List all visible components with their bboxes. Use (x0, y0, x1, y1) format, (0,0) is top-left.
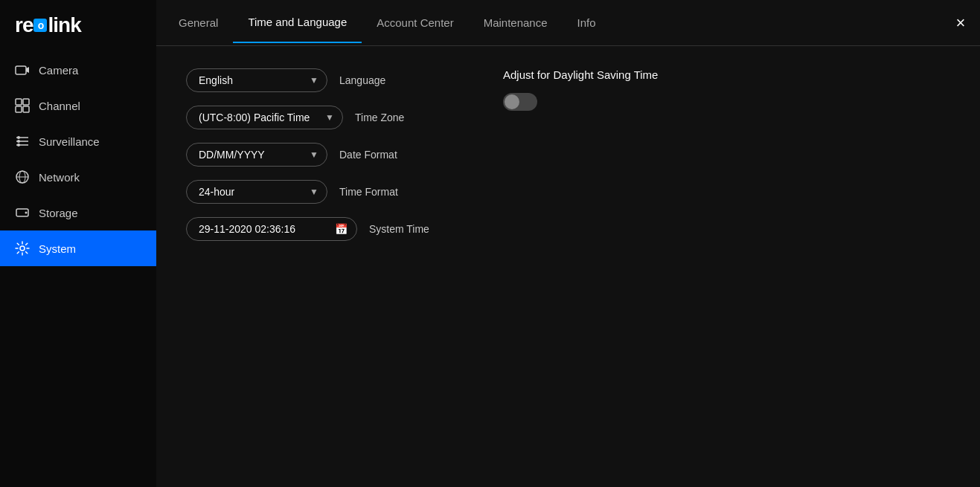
tab-info[interactable]: Info (563, 3, 611, 42)
timezone-select-wrapper: (UTC-8:00) Pacific Time (UTC-5:00) Easte… (186, 106, 343, 129)
form-section: English Chinese French German Spanish ▼ … (186, 68, 443, 465)
svg-rect-3 (23, 99, 29, 105)
sidebar-item-system-label: System (39, 242, 76, 255)
timezone-label: Time Zone (355, 112, 429, 123)
channel-icon (15, 98, 30, 113)
svg-point-9 (17, 136, 20, 139)
logo-link: link (48, 13, 80, 37)
system-time-row: 📅 System Time (186, 217, 443, 241)
logo-area: re o link (0, 0, 156, 52)
sidebar-item-network-label: Network (39, 171, 80, 184)
language-row: English Chinese French German Spanish ▼ … (186, 68, 443, 92)
date-format-row: DD/MM/YYYY MM/DD/YYYY YYYY/MM/DD ▼ Date … (186, 143, 443, 167)
storage-icon (15, 205, 30, 220)
date-format-select-wrapper: DD/MM/YYYY MM/DD/YYYY YYYY/MM/DD ▼ (186, 143, 327, 167)
svg-rect-4 (16, 106, 22, 112)
sidebar-item-camera[interactable]: Camera (0, 52, 156, 88)
system-time-input-wrapper: 📅 (186, 217, 357, 241)
language-select-wrapper: English Chinese French German Spanish ▼ (186, 68, 327, 92)
dst-toggle-knob (505, 94, 519, 109)
time-format-row: 24-hour 12-hour ▼ Time Format (186, 180, 443, 204)
sidebar-item-channel-label: Channel (39, 100, 80, 112)
sidebar-item-surveillance-label: Surveillance (39, 135, 100, 148)
date-format-label: Date Format (339, 149, 414, 161)
tab-bar: General Time and Language Account Center… (156, 0, 980, 46)
network-icon (15, 170, 30, 184)
dst-title: Adjust for Daylight Saving Time (503, 68, 658, 81)
logo-re: re (15, 13, 33, 37)
sidebar-item-channel[interactable]: Channel (0, 88, 156, 123)
sidebar-item-storage[interactable]: Storage (0, 195, 156, 230)
time-format-label: Time Format (339, 186, 414, 198)
close-button[interactable]: × (949, 11, 973, 35)
system-icon (15, 241, 30, 256)
sidebar-item-surveillance[interactable]: Surveillance (0, 123, 156, 159)
sidebar-item-network[interactable]: Network (0, 159, 156, 195)
dst-section: Adjust for Daylight Saving Time (503, 68, 658, 465)
svg-point-17 (20, 246, 25, 251)
main-content: General Time and Language Account Center… (156, 0, 980, 487)
sidebar-item-system[interactable]: System (0, 230, 156, 266)
tab-account-center[interactable]: Account Center (362, 3, 468, 42)
svg-rect-5 (23, 106, 29, 112)
sidebar: re o link Camera Channel (0, 0, 156, 487)
time-format-select-wrapper: 24-hour 12-hour ▼ (186, 180, 327, 204)
date-format-select[interactable]: DD/MM/YYYY MM/DD/YYYY YYYY/MM/DD (186, 143, 327, 167)
tab-time-language[interactable]: Time and Language (233, 2, 362, 43)
surveillance-icon (15, 134, 30, 149)
camera-icon (15, 62, 30, 77)
content-area: English Chinese French German Spanish ▼ … (156, 46, 980, 487)
sidebar-item-camera-label: Camera (39, 64, 78, 77)
timezone-row: (UTC-8:00) Pacific Time (UTC-5:00) Easte… (186, 106, 443, 129)
svg-point-11 (17, 143, 20, 146)
system-time-label: System Time (369, 223, 443, 235)
language-select[interactable]: English Chinese French German Spanish (186, 68, 327, 92)
dst-toggle-wrapper (503, 93, 658, 111)
system-time-input[interactable] (199, 223, 329, 235)
sidebar-item-storage-label: Storage (39, 207, 78, 219)
svg-rect-0 (16, 66, 26, 74)
logo-icon: o (33, 19, 47, 32)
svg-rect-2 (16, 99, 22, 105)
dst-toggle[interactable] (503, 93, 537, 111)
time-format-select[interactable]: 24-hour 12-hour (186, 180, 327, 204)
calendar-icon[interactable]: 📅 (335, 223, 348, 235)
svg-point-10 (17, 140, 20, 143)
tab-maintenance[interactable]: Maintenance (469, 3, 563, 42)
language-label: Language (339, 74, 414, 86)
tab-general[interactable]: General (164, 3, 233, 42)
timezone-select[interactable]: (UTC-8:00) Pacific Time (UTC-5:00) Easte… (186, 106, 343, 129)
svg-point-16 (25, 212, 28, 214)
reolink-logo: re o link (15, 13, 141, 37)
